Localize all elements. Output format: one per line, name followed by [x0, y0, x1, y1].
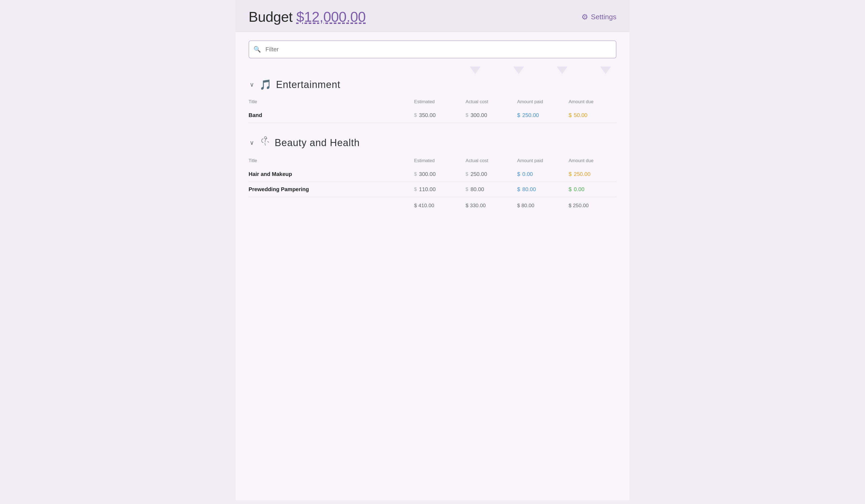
- budget-amount[interactable]: $12,000.00: [296, 9, 366, 25]
- chevron-entertainment[interactable]: ∨: [249, 80, 255, 89]
- item-amount-paid: $ 0.00: [517, 167, 569, 182]
- col-title: Title: [249, 156, 414, 167]
- sort-arrow-due: [600, 67, 611, 74]
- beauty-health-icon: [260, 136, 270, 149]
- beauty-health-title: Beauty and Health: [275, 137, 360, 149]
- sort-arrow-paid: [557, 67, 567, 74]
- dollar-icon: $: [517, 112, 520, 118]
- sort-arrow-estimated: [470, 67, 481, 74]
- filter-input[interactable]: [249, 40, 616, 58]
- header: Budget $12,000.00 ⚙ Settings: [235, 0, 630, 32]
- dollar-icon: $: [569, 171, 572, 177]
- actual-value: 80.00: [471, 186, 484, 192]
- totals-label: [249, 197, 414, 213]
- entertainment-title: Entertainment: [276, 79, 341, 91]
- sort-indicators: [249, 67, 616, 74]
- gear-icon: ⚙: [581, 12, 588, 22]
- dollar-icon: $: [414, 113, 417, 118]
- col-amount-due: Amount due: [569, 156, 616, 167]
- col-estimated: Estimated: [414, 97, 466, 108]
- actual-value: 250.00: [471, 171, 487, 177]
- dollar-icon: $: [466, 171, 468, 177]
- col-actual-cost: Actual cost: [466, 156, 517, 167]
- item-estimated: $ 300.00: [414, 167, 466, 182]
- item-amount-paid: $ 250.00: [517, 108, 569, 123]
- entertainment-icon: 🎵: [260, 79, 272, 91]
- due-value: 250.00: [574, 171, 590, 177]
- category-section-beauty-health: ∨ Beauty and Health Title Es: [249, 136, 616, 213]
- col-actual-cost: Actual cost: [466, 97, 517, 108]
- table-row: Prewedding Pampering $ 110.00 $ 80.00: [249, 182, 616, 197]
- item-estimated: $ 350.00: [414, 108, 466, 123]
- estimated-value: 110.00: [419, 186, 436, 192]
- due-value: 0.00: [574, 186, 584, 192]
- filter-container: 🔍: [249, 40, 616, 58]
- item-title: Prewedding Pampering: [249, 182, 414, 197]
- page-title: Budget $12,000.00: [249, 9, 366, 25]
- beauty-health-header-row: Title Estimated Actual cost Amount paid …: [249, 156, 616, 167]
- category-section-entertainment: ∨ 🎵 Entertainment Title Estimated Actual…: [249, 79, 616, 123]
- sort-arrow-actual: [513, 67, 524, 74]
- actual-value: 300.00: [471, 112, 487, 118]
- dollar-icon: $: [569, 112, 572, 118]
- totals-row: $ 410.00 $ 330.00 $ 80.00 $ 250.00: [249, 197, 616, 213]
- beauty-health-table: Title Estimated Actual cost Amount paid …: [249, 156, 616, 213]
- totals-actual: $ 330.00: [466, 197, 517, 213]
- settings-label: Settings: [591, 13, 616, 21]
- col-amount-paid: Amount paid: [517, 97, 569, 108]
- col-amount-paid: Amount paid: [517, 156, 569, 167]
- dollar-icon: $: [414, 171, 417, 177]
- dollar-icon: $: [517, 171, 520, 177]
- item-title: Band: [249, 108, 414, 123]
- table-row: Band $ 350.00 $ 300.00: [249, 108, 616, 123]
- dollar-icon: $: [414, 187, 417, 192]
- entertainment-header-row: Title Estimated Actual cost Amount paid …: [249, 97, 616, 108]
- totals-paid: $ 80.00: [517, 197, 569, 213]
- item-amount-paid: $ 80.00: [517, 182, 569, 197]
- item-amount-due: $ 50.00: [569, 108, 616, 123]
- search-icon: 🔍: [253, 46, 261, 53]
- item-amount-due: $ 0.00: [569, 182, 616, 197]
- svg-point-0: [264, 137, 266, 139]
- main-content: 🔍 ∨ 🎵 Entertainment Title Estimated: [235, 32, 630, 501]
- paid-value: 0.00: [522, 171, 533, 177]
- table-row: Hair and Makeup $ 300.00 $ 250.00: [249, 167, 616, 182]
- item-actual-cost: $ 250.00: [466, 167, 517, 182]
- dollar-icon: $: [517, 186, 520, 192]
- item-actual-cost: $ 80.00: [466, 182, 517, 197]
- totals-due: $ 250.00: [569, 197, 616, 213]
- dollar-icon: $: [466, 113, 468, 118]
- entertainment-table: Title Estimated Actual cost Amount paid …: [249, 97, 616, 123]
- category-header-entertainment: ∨ 🎵 Entertainment: [249, 79, 616, 91]
- dollar-icon: $: [466, 187, 468, 192]
- due-value: 50.00: [574, 112, 587, 118]
- item-title: Hair and Makeup: [249, 167, 414, 182]
- dollar-icon: $: [569, 186, 572, 192]
- chevron-beauty-health[interactable]: ∨: [249, 138, 255, 148]
- estimated-value: 300.00: [419, 171, 436, 177]
- col-amount-due: Amount due: [569, 97, 616, 108]
- item-actual-cost: $ 300.00: [466, 108, 517, 123]
- paid-value: 250.00: [522, 112, 539, 118]
- category-header-beauty-health: ∨ Beauty and Health: [249, 136, 616, 149]
- totals-estimated: $ 410.00: [414, 197, 466, 213]
- col-estimated: Estimated: [414, 156, 466, 167]
- item-amount-due: $ 250.00: [569, 167, 616, 182]
- col-title: Title: [249, 97, 414, 108]
- item-estimated: $ 110.00: [414, 182, 466, 197]
- estimated-value: 350.00: [419, 112, 436, 118]
- paid-value: 80.00: [522, 186, 536, 192]
- budget-label: Budget: [249, 9, 292, 25]
- settings-button[interactable]: ⚙ Settings: [581, 12, 616, 22]
- page-wrapper: Budget $12,000.00 ⚙ Settings 🔍 ∨ 🎵 Enter: [235, 0, 630, 501]
